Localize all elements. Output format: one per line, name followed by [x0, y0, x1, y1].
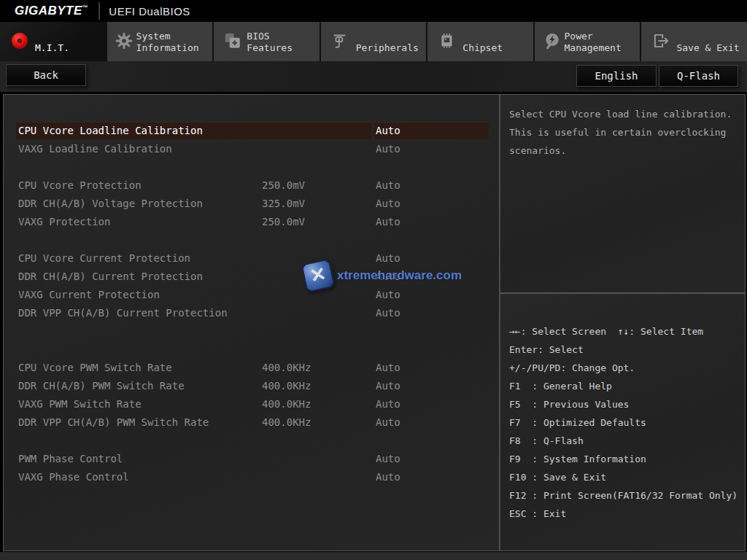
setting-option[interactable]: Auto — [376, 359, 400, 377]
brand-divider — [98, 2, 100, 20]
setting-label: DDR VPP CH(A/B) PWM Switch Rate — [18, 413, 209, 432]
setting-row[interactable]: DDR VPP CH(A/B) Current ProtectionAuto — [4, 304, 499, 322]
bios-features-icon — [221, 31, 244, 50]
help-description-panel: Select CPU Vcore load line calibration.T… — [500, 94, 746, 293]
tab-label: System Information — [133, 31, 209, 57]
hotkey-line: F8 : Q-Flash — [509, 432, 745, 450]
hotkey-line: F1 : General Help — [509, 377, 745, 395]
setting-label: DDR VPP CH(A/B) Current Protection — [18, 304, 228, 322]
setting-row[interactable]: DDR CH(A/B) Current ProtectionAuto — [4, 268, 499, 286]
uefi-bios-screen: GIGABYTE™ UEFI DualBIOS M.I.T.System Inf… — [0, 0, 747, 560]
power-icon — [542, 31, 562, 50]
tab-label: Peripherals — [353, 42, 419, 57]
setting-label: VAXG Loadline Calibration — [18, 140, 172, 158]
setting-row[interactable]: VAXG Current ProtectionAuto — [4, 286, 499, 304]
hotkeys-panel: →←: Select Screen ↑↓: Select ItemEnter: … — [500, 293, 746, 551]
help-description-line: scenarios. — [509, 141, 745, 160]
setting-row[interactable]: DDR CH(A/B) Voltage Protection325.0mVAut… — [4, 195, 499, 213]
setting-option[interactable]: Auto — [376, 176, 400, 195]
gear-icon — [115, 31, 133, 50]
hotkey-line: F9 : System Information — [509, 450, 745, 468]
tab-power-management[interactable]: Power Management — [535, 22, 642, 61]
help-description-line: This is useful in certain overclocking — [509, 123, 745, 141]
setting-label: PWM Phase Control — [18, 450, 123, 468]
setting-row[interactable]: VAXG Loadline CalibrationAuto — [4, 140, 499, 158]
tab-bar: M.I.T.System InformationBIOS FeaturesPer… — [0, 22, 747, 61]
setting-option[interactable]: Auto — [376, 377, 400, 395]
setting-row[interactable]: CPU Vcore Current ProtectionAuto — [4, 249, 499, 268]
tab-label: Power Management — [561, 31, 635, 57]
setting-row[interactable]: PWM Phase ControlAuto — [4, 450, 499, 468]
setting-row[interactable]: CPU Vcore Loadline CalibrationAuto — [4, 122, 499, 140]
toolbar: Back English Q-Flash — [0, 61, 747, 92]
setting-current-value: 400.0KHz — [262, 377, 311, 395]
setting-option[interactable]: Auto — [376, 122, 400, 140]
setting-option[interactable]: Auto — [376, 140, 400, 158]
setting-row[interactable]: VAXG PWM Switch Rate400.0KHzAuto — [4, 395, 499, 413]
tab-mit[interactable]: M.I.T. — [0, 22, 107, 61]
setting-option[interactable]: Auto — [376, 195, 400, 213]
hotkey-line: Enter: Select — [509, 341, 745, 359]
help-description-line: Select CPU Vcore load line calibration. — [509, 105, 745, 123]
tab-bios-features[interactable]: BIOS Features — [214, 22, 321, 61]
hotkey-line: F7 : Optimized Defaults — [509, 413, 745, 432]
peripherals-icon — [328, 31, 353, 50]
hotkey-line: →←: Select Screen ↑↓: Select Item — [509, 322, 745, 341]
setting-current-value: 325.0mV — [262, 195, 305, 213]
tab-label: BIOS Features — [244, 31, 314, 57]
hotkey-legend: →←: Select Screen ↑↓: Select ItemEnter: … — [500, 294, 745, 523]
setting-row[interactable]: CPU Vcore PWM Switch Rate400.0KHzAuto — [4, 359, 499, 377]
gigabyte-logo: GIGABYTE™ — [15, 4, 88, 18]
setting-label: DDR CH(A/B) Current Protection — [18, 268, 203, 286]
setting-current-value: 400.0KHz — [262, 359, 311, 377]
setting-option[interactable]: Auto — [376, 249, 400, 268]
save-exit-icon — [649, 31, 673, 50]
tab-chipset[interactable]: Chipset — [427, 22, 535, 61]
help-description: Select CPU Vcore load line calibration.T… — [500, 95, 745, 160]
setting-row[interactable]: DDR CH(A/B) PWM Switch Rate400.0KHzAuto — [4, 377, 499, 395]
setting-label: DDR CH(A/B) PWM Switch Rate — [18, 377, 185, 395]
setting-option[interactable]: Auto — [376, 395, 400, 413]
setting-current-value: 400.0KHz — [262, 395, 311, 413]
chipset-icon — [435, 31, 460, 50]
qflash-button[interactable]: Q-Flash — [659, 65, 738, 87]
setting-option[interactable]: Auto — [376, 468, 400, 486]
setting-current-value: 250.0mV — [262, 213, 305, 231]
tab-label: Chipset — [460, 42, 503, 57]
setting-option[interactable]: Auto — [376, 286, 400, 304]
setting-option[interactable]: Auto — [376, 450, 400, 468]
setting-option[interactable]: Auto — [376, 213, 400, 231]
settings-panel: CPU Vcore Loadline CalibrationAutoVAXG L… — [3, 94, 500, 551]
setting-current-value: 400.0KHz — [262, 413, 311, 432]
setting-row[interactable]: VAXG Phase ControlAuto — [4, 468, 499, 486]
setting-label: CPU Vcore Current Protection — [18, 249, 190, 268]
setting-option[interactable]: Auto — [376, 268, 400, 286]
setting-row[interactable]: VAXG Protection250.0mVAuto — [4, 213, 499, 231]
setting-label: VAXG PWM Switch Rate — [18, 395, 142, 413]
tab-system-information[interactable]: System Information — [107, 22, 214, 61]
setting-label: DDR CH(A/B) Voltage Protection — [18, 195, 203, 213]
setting-label: VAXG Protection — [18, 213, 110, 231]
setting-label: VAXG Phase Control — [18, 468, 129, 486]
hotkey-line: ESC : Exit — [509, 505, 745, 523]
setting-row[interactable]: DDR VPP CH(A/B) PWM Switch Rate400.0KHzA… — [4, 413, 499, 432]
setting-label: CPU Vcore Loadline Calibration — [18, 122, 203, 140]
language-button[interactable]: English — [576, 65, 657, 87]
setting-row[interactable]: CPU Vcore Protection250.0mVAuto — [4, 176, 499, 195]
hotkey-line: F10 : Save & Exit — [509, 468, 745, 486]
setting-current-value: 250.0mV — [262, 176, 305, 195]
hotkey-line: F5 : Previous Values — [509, 395, 745, 413]
setting-option[interactable]: Auto — [376, 413, 400, 432]
top-bar: GIGABYTE™ UEFI DualBIOS — [0, 0, 747, 22]
tab-peripherals[interactable]: Peripherals — [321, 22, 428, 61]
hotkey-line: F12 : Print Screen(FAT16/32 Format Only) — [509, 486, 745, 505]
back-button[interactable]: Back — [6, 64, 86, 86]
setting-option[interactable]: Auto — [376, 304, 400, 322]
trademark-symbol: ™ — [82, 4, 89, 11]
tab-save-exit[interactable]: Save & Exit — [641, 22, 747, 61]
tab-label: Save & Exit — [673, 42, 739, 57]
app-title: UEFI DualBIOS — [109, 5, 190, 18]
setting-label: VAXG Current Protection — [18, 286, 160, 304]
setting-label: CPU Vcore Protection — [18, 176, 142, 195]
hotkey-line: +/-/PU/PD: Change Opt. — [509, 359, 745, 377]
